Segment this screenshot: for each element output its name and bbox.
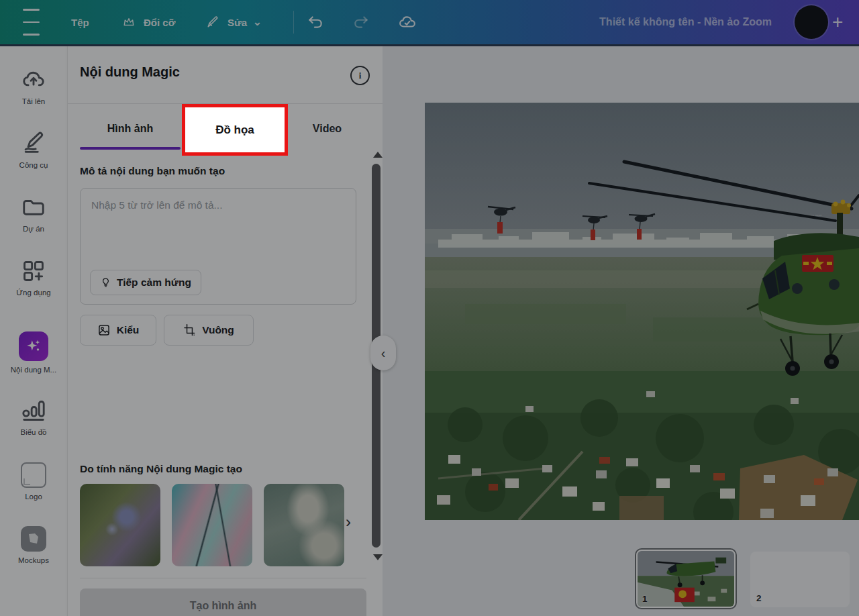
generated-thumbnail-flower[interactable] xyxy=(80,484,160,566)
prompt-container: Tiếp cảm hứng xyxy=(80,188,356,305)
sidebar-item-label: Logo xyxy=(0,493,67,501)
design-canvas[interactable]: •••• •••• xyxy=(383,44,859,616)
info-icon[interactable]: i xyxy=(350,66,370,85)
mockups-icon xyxy=(21,526,46,552)
sidebar-item-label: Công cụ xyxy=(0,161,67,169)
sidebar-item-label: Biểu đồ xyxy=(0,428,67,436)
redo-button[interactable] xyxy=(352,0,370,44)
helicopter-photo[interactable]: •••• •••• xyxy=(425,103,859,520)
generated-thumbnail-marble[interactable] xyxy=(264,484,344,566)
app-sidebar: Tải lên Công cụ Dự án Ứng dụng Nội dung … xyxy=(0,44,67,616)
cloud-check-icon xyxy=(398,13,417,32)
describe-label: Mô tả nội dung bạn muốn tạo xyxy=(80,165,225,177)
menu-hamburger-icon[interactable] xyxy=(23,0,40,44)
resize-menu[interactable]: Đổi cỡ xyxy=(119,0,175,44)
chevron-down-icon: ⌄ xyxy=(252,19,262,25)
generate-image-button[interactable]: Tạo hình ảnh xyxy=(80,588,366,616)
sidebar-item-tools[interactable]: Công cụ xyxy=(0,131,67,169)
page-thumbnail-2[interactable]: 2 xyxy=(750,552,850,607)
highlight-annotation-do-hoa: Đồ họa xyxy=(182,104,288,156)
inspire-button[interactable]: Tiếp cảm hứng xyxy=(90,270,201,295)
tab-hinh-anh[interactable]: Hình ảnh xyxy=(80,110,181,148)
tab-video[interactable]: Video xyxy=(288,110,366,148)
panel-scroll-up-arrow[interactable] xyxy=(373,152,383,158)
charts-icon xyxy=(0,398,67,423)
sidebar-item-label: Tải lên xyxy=(0,97,67,105)
sidebar-item-uploads[interactable]: Tải lên xyxy=(0,67,67,105)
sidebar-item-label: Dự án xyxy=(0,225,67,233)
sidebar-item-label: Nội dung M... xyxy=(0,366,67,374)
highlighted-tab-label: Đồ họa xyxy=(215,123,254,137)
sidebar-item-projects[interactable]: Dự án xyxy=(0,195,67,233)
sidebar-item-apps[interactable]: Ứng dụng xyxy=(0,258,67,297)
logo-icon xyxy=(21,462,46,488)
edit-menu-label: Sửa xyxy=(228,17,247,28)
cloud-save-status xyxy=(398,0,417,44)
topbar-divider xyxy=(293,11,294,34)
page-number: 2 xyxy=(756,593,762,603)
user-avatar[interactable] xyxy=(795,5,828,39)
chevron-right-icon[interactable]: › xyxy=(346,514,351,530)
resize-menu-label: Đổi cỡ xyxy=(144,17,175,28)
crown-icon xyxy=(119,13,138,32)
file-menu-label: Tệp xyxy=(71,17,89,28)
panel-scroll-down-arrow[interactable] xyxy=(373,554,383,560)
sidebar-item-mockups[interactable]: Mockups xyxy=(0,526,67,564)
sidebar-item-label: Ứng dụng xyxy=(0,289,67,297)
crop-icon xyxy=(183,324,196,337)
aspect-ratio-button[interactable]: Vuông xyxy=(164,315,254,346)
upload-icon xyxy=(0,67,67,93)
file-menu[interactable]: Tệp xyxy=(71,0,89,44)
undo-icon xyxy=(306,13,325,32)
document-title[interactable]: Thiết kế không tên - Nền ảo Zoom xyxy=(599,0,772,44)
style-button[interactable]: Kiểu xyxy=(80,315,156,346)
pencil-icon xyxy=(203,13,222,32)
page-number: 1 xyxy=(642,594,648,604)
redo-icon xyxy=(352,13,370,32)
aspect-ratio-button-label: Vuông xyxy=(202,324,234,336)
chevron-left-icon: ‹ xyxy=(381,346,386,361)
page-thumbnail-1[interactable]: 1 xyxy=(635,548,737,609)
undo-button[interactable] xyxy=(306,0,325,44)
generated-thumbnail-prism[interactable] xyxy=(172,484,252,566)
lightbulb-icon xyxy=(100,277,111,289)
panel-title: Nội dung Magic xyxy=(80,64,180,80)
generate-divider xyxy=(80,578,366,578)
edit-menu[interactable]: Sửa ⌄ xyxy=(203,0,262,44)
active-tab-underline xyxy=(80,147,181,150)
sidebar-item-label: Mockups xyxy=(0,556,67,564)
tools-icon xyxy=(0,131,67,156)
panel-collapse-handle[interactable]: ‹ xyxy=(370,336,396,370)
sidebar-item-magic-content[interactable]: Nội dung M... xyxy=(0,331,67,374)
image-style-icon xyxy=(97,323,111,337)
generated-section-heading: Do tính năng Nội dung Magic tạo xyxy=(80,463,242,475)
add-design-button[interactable]: + xyxy=(832,0,843,44)
apps-icon xyxy=(0,258,67,284)
prompt-input[interactable] xyxy=(81,189,356,256)
projects-icon xyxy=(0,195,67,220)
sidebar-item-charts[interactable]: Biểu đồ xyxy=(0,398,67,436)
sidebar-item-logo[interactable]: Logo xyxy=(0,462,67,501)
top-bar: Tệp Đổi cỡ Sửa ⌄ Thiết kế không tên - Nề… xyxy=(0,0,859,46)
style-button-label: Kiểu xyxy=(117,324,140,336)
magic-content-icon xyxy=(19,331,48,361)
inspire-button-label: Tiếp cảm hứng xyxy=(117,276,191,289)
